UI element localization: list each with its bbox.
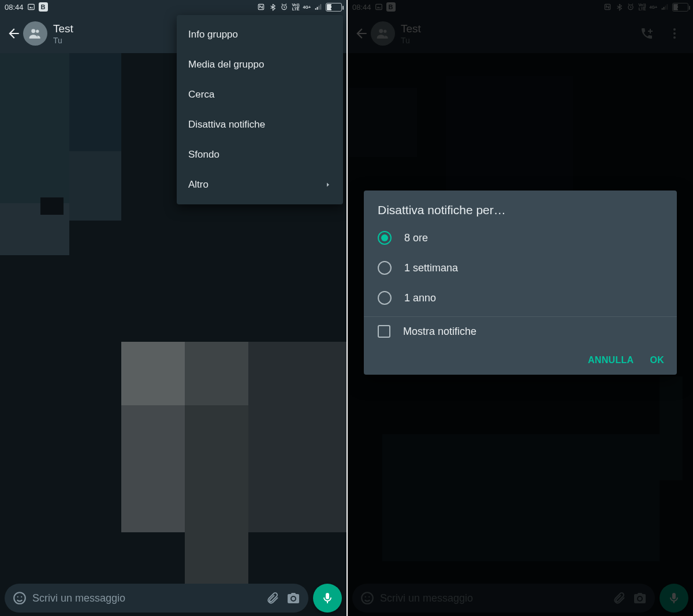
ok-button[interactable]: OK bbox=[650, 355, 664, 365]
menu-item-mute[interactable]: Disattiva notifiche bbox=[177, 110, 343, 140]
image-icon bbox=[27, 3, 35, 11]
signal-icon bbox=[314, 3, 322, 11]
screenshot-right: 08:44 B Vo))LTE 4G+ 26 Test bbox=[346, 0, 693, 616]
emoji-icon[interactable] bbox=[9, 588, 30, 608]
screenshot-left: 08:44 B Vo))LTE 4G+ 26 bbox=[0, 0, 346, 616]
svg-point-6 bbox=[17, 596, 18, 598]
attach-icon[interactable] bbox=[262, 588, 283, 608]
composer: Scrivi un messaggio bbox=[0, 580, 346, 616]
menu-item-more[interactable]: Altro bbox=[177, 170, 343, 200]
status-bar: 08:44 B Vo))LTE 4G+ 26 bbox=[0, 0, 346, 14]
menu-label: Disattiva notifiche bbox=[188, 119, 265, 130]
option-label: 1 anno bbox=[404, 292, 436, 304]
menu-label: Media del gruppo bbox=[188, 59, 264, 70]
menu-item-group-info[interactable]: Info gruppo bbox=[177, 20, 343, 50]
svg-rect-0 bbox=[28, 4, 34, 9]
volte-icon: Vo))LTE bbox=[292, 3, 299, 11]
alarm-icon bbox=[280, 3, 288, 11]
menu-item-wallpaper[interactable]: Sfondo bbox=[177, 140, 343, 170]
cancel-button[interactable]: ANNULLA bbox=[588, 355, 634, 365]
dialog-actions: ANNULLA OK bbox=[364, 346, 677, 375]
radio-icon bbox=[378, 231, 392, 245]
radio-option-1week[interactable]: 1 settimana bbox=[364, 253, 677, 283]
radio-icon bbox=[378, 291, 392, 305]
svg-point-3 bbox=[31, 29, 35, 33]
camera-icon[interactable] bbox=[283, 588, 304, 608]
message-input[interactable]: Scrivi un messaggio bbox=[5, 584, 308, 613]
svg-point-4 bbox=[36, 30, 39, 33]
b-badge-icon: B bbox=[39, 2, 48, 12]
option-label: 8 ore bbox=[404, 232, 428, 244]
menu-label: Altro bbox=[188, 179, 208, 191]
checkbox-show-notifications[interactable]: Mostra notifiche bbox=[364, 317, 677, 346]
message-placeholder: Scrivi un messaggio bbox=[30, 592, 262, 604]
dialog-title: Disattiva notifiche per… bbox=[364, 191, 677, 223]
menu-label: Sfondo bbox=[188, 149, 219, 160]
radio-option-8h[interactable]: 8 ore bbox=[364, 223, 677, 253]
menu-label: Info gruppo bbox=[188, 29, 238, 40]
chevron-right-icon bbox=[325, 181, 331, 188]
mute-dialog: Disattiva notifiche per… 8 ore 1 settima… bbox=[364, 191, 677, 375]
radio-icon bbox=[378, 261, 392, 275]
bluetooth-icon bbox=[269, 3, 277, 11]
group-avatar[interactable] bbox=[23, 21, 47, 46]
menu-item-group-media[interactable]: Media del gruppo bbox=[177, 50, 343, 80]
svg-point-7 bbox=[21, 596, 22, 598]
status-time: 08:44 bbox=[5, 3, 24, 12]
4gplus-icon: 4G+ bbox=[303, 5, 311, 9]
option-label: 1 settimana bbox=[404, 262, 458, 274]
nfc-icon bbox=[257, 3, 265, 11]
svg-point-5 bbox=[14, 592, 25, 604]
radio-option-1year[interactable]: 1 anno bbox=[364, 283, 677, 313]
mic-button[interactable] bbox=[313, 584, 342, 613]
overflow-menu: Info gruppo Media del gruppo Cerca Disat… bbox=[177, 15, 343, 204]
checkbox-icon bbox=[378, 325, 390, 338]
menu-label: Cerca bbox=[188, 89, 214, 100]
menu-item-search[interactable]: Cerca bbox=[177, 80, 343, 110]
back-button[interactable] bbox=[2, 22, 25, 45]
checkbox-label: Mostra notifiche bbox=[403, 326, 476, 338]
battery-icon: 26 bbox=[326, 3, 342, 12]
